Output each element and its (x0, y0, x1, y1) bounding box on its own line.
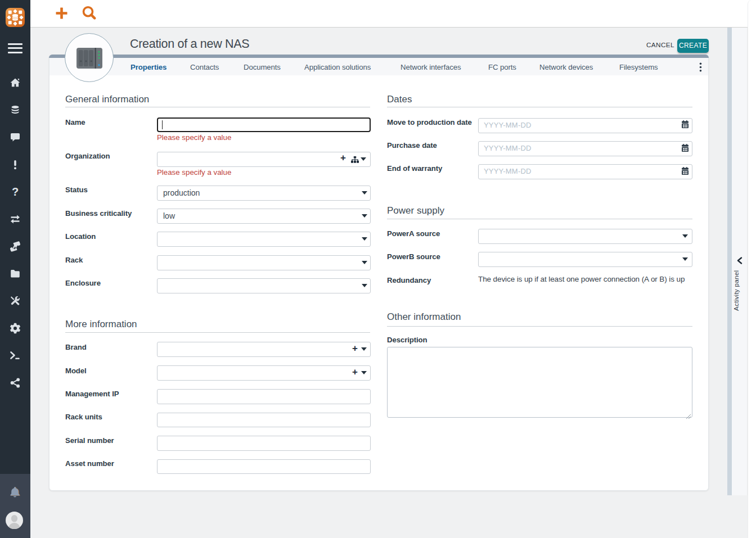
svg-text:?: ? (12, 186, 19, 197)
